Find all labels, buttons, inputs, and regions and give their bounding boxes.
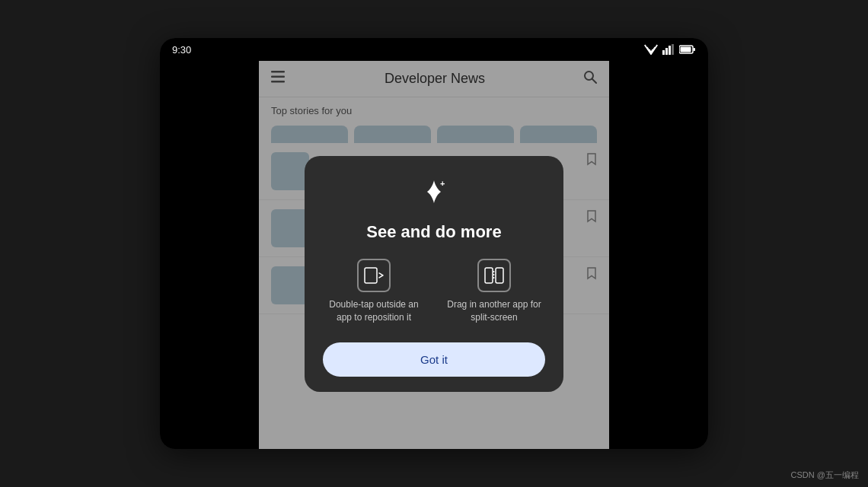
feature-item-1: Double-tap outside an app to reposition … xyxy=(323,259,425,324)
dialog-features: Double-tap outside an app to reposition … xyxy=(323,259,545,324)
svg-rect-7 xyxy=(681,47,691,53)
signal-icon xyxy=(662,44,675,55)
got-it-button[interactable]: Got it xyxy=(323,342,545,377)
svg-rect-1 xyxy=(662,50,665,55)
dialog: + See and do more Double-tap outside an … xyxy=(305,156,563,392)
dialog-title: See and do more xyxy=(366,222,501,242)
black-right-area xyxy=(609,61,708,449)
status-time: 9:30 xyxy=(172,44,191,56)
status-bar: 9:30 xyxy=(160,38,708,61)
svg-point-0 xyxy=(650,53,652,54)
tablet-frame: 9:30 xyxy=(160,38,708,449)
watermark: CSDN @五一编程 xyxy=(791,469,859,481)
svg-rect-6 xyxy=(694,48,696,51)
gemini-icon: + xyxy=(420,177,448,212)
svg-text:+: + xyxy=(440,179,445,188)
svg-rect-2 xyxy=(665,48,668,55)
svg-rect-14 xyxy=(365,268,377,283)
status-icons xyxy=(644,44,696,55)
black-left-area xyxy=(160,61,259,449)
app-screen: Developer News Top stories for you xyxy=(259,61,609,449)
feature-text-2: Drag in another app for split-screen xyxy=(443,298,545,324)
svg-rect-4 xyxy=(672,44,674,55)
svg-rect-15 xyxy=(485,268,493,283)
svg-rect-16 xyxy=(496,268,503,283)
double-tap-icon xyxy=(357,259,391,292)
wifi-icon xyxy=(644,44,658,55)
battery-icon xyxy=(679,45,696,54)
svg-rect-3 xyxy=(669,46,671,55)
split-screen-icon xyxy=(477,259,511,292)
feature-text-1: Double-tap outside an app to reposition … xyxy=(323,298,425,324)
feature-item-2: Drag in another app for split-screen xyxy=(443,259,545,324)
